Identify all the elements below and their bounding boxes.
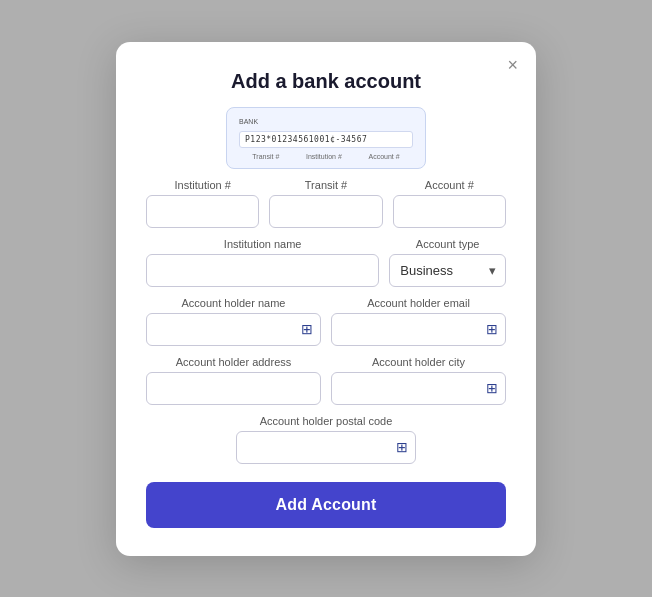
account-num-label: Account # bbox=[393, 179, 506, 191]
cheque-institution-label: Institution # bbox=[306, 153, 342, 160]
holder-city-group: Account holder city ⊞ bbox=[331, 356, 506, 405]
modal-title: Add a bank account bbox=[146, 70, 506, 93]
cheque-transit-label: Transit # bbox=[252, 153, 279, 160]
holder-email-label: Account holder email bbox=[331, 297, 506, 309]
institution-name-input[interactable] bbox=[146, 254, 379, 287]
cheque-top: BANK bbox=[239, 118, 413, 125]
transit-num-label: Transit # bbox=[269, 179, 382, 191]
postal-code-label: Account holder postal code bbox=[236, 415, 416, 427]
account-type-label: Account type bbox=[389, 238, 506, 250]
cheque-bank-label: BANK bbox=[239, 118, 258, 125]
row-institution-type: Institution name Account type Business P… bbox=[146, 238, 506, 287]
holder-address-group: Account holder address bbox=[146, 356, 321, 405]
postal-code-input[interactable] bbox=[236, 431, 416, 464]
modal-overlay: × Add a bank account BANK P123*012345610… bbox=[0, 0, 652, 597]
account-num-group: Account # bbox=[393, 179, 506, 228]
holder-address-label: Account holder address bbox=[146, 356, 321, 368]
cheque-illustration: BANK P123*01234561001¢-34567 Transit # I… bbox=[146, 107, 506, 169]
holder-name-input-wrapper: ⊞ bbox=[146, 313, 321, 346]
transit-num-group: Transit # bbox=[269, 179, 382, 228]
holder-email-input-wrapper: ⊞ bbox=[331, 313, 506, 346]
postal-code-input-wrapper: ⊞ bbox=[236, 431, 416, 464]
cheque-numbers: P123*01234561001¢-34567 bbox=[239, 131, 413, 148]
institution-num-label: Institution # bbox=[146, 179, 259, 191]
holder-city-input[interactable] bbox=[331, 372, 506, 405]
row-holder-name-email: Account holder name ⊞ Account holder ema… bbox=[146, 297, 506, 346]
holder-city-label: Account holder city bbox=[331, 356, 506, 368]
holder-name-group: Account holder name ⊞ bbox=[146, 297, 321, 346]
cheque: BANK P123*01234561001¢-34567 Transit # I… bbox=[226, 107, 426, 169]
row-bank-numbers: Institution # Transit # Account # bbox=[146, 179, 506, 228]
row-address-city: Account holder address Account holder ci… bbox=[146, 356, 506, 405]
add-account-button[interactable]: Add Account bbox=[146, 482, 506, 528]
modal-dialog: × Add a bank account BANK P123*012345610… bbox=[116, 42, 536, 556]
account-num-input[interactable] bbox=[393, 195, 506, 228]
institution-name-label: Institution name bbox=[146, 238, 379, 250]
institution-name-group: Institution name bbox=[146, 238, 379, 287]
account-type-group: Account type Business Personal bbox=[389, 238, 506, 287]
account-type-select[interactable]: Business Personal bbox=[389, 254, 506, 287]
cheque-footer: Transit # Institution # Account # bbox=[239, 153, 413, 160]
holder-email-group: Account holder email ⊞ bbox=[331, 297, 506, 346]
postal-code-group: Account holder postal code ⊞ bbox=[236, 415, 416, 464]
institution-num-input[interactable] bbox=[146, 195, 259, 228]
holder-city-input-wrapper: ⊞ bbox=[331, 372, 506, 405]
cheque-account-label: Account # bbox=[369, 153, 400, 160]
account-type-select-wrapper: Business Personal bbox=[389, 254, 506, 287]
transit-num-input[interactable] bbox=[269, 195, 382, 228]
holder-email-input[interactable] bbox=[331, 313, 506, 346]
close-button[interactable]: × bbox=[507, 56, 518, 74]
row-postal: Account holder postal code ⊞ bbox=[146, 415, 506, 464]
holder-name-input[interactable] bbox=[146, 313, 321, 346]
institution-num-group: Institution # bbox=[146, 179, 259, 228]
holder-address-input[interactable] bbox=[146, 372, 321, 405]
holder-name-label: Account holder name bbox=[146, 297, 321, 309]
